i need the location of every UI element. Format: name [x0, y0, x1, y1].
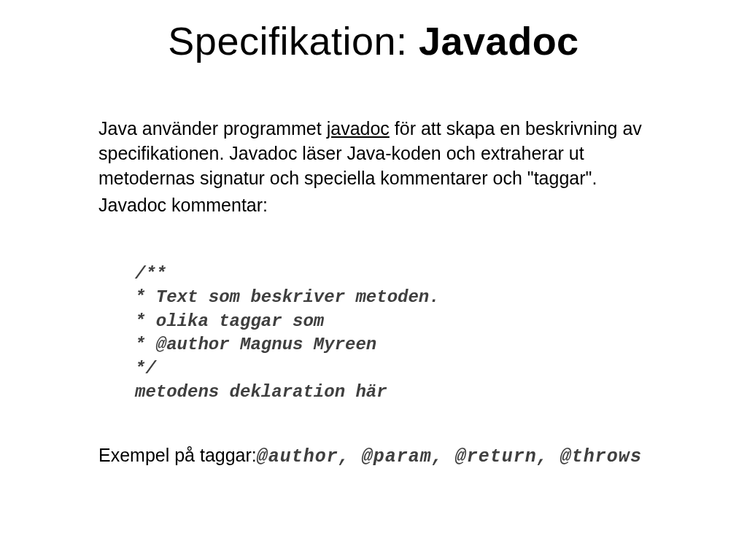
footer-label: Exempel på taggar: [98, 445, 257, 465]
footer-line: Exempel på taggar:@author, @param, @retu… [98, 445, 682, 467]
code-line-2: * Text som beskriver metoden. [135, 287, 440, 307]
body-text: Java använder programmet javadoc för att… [98, 117, 660, 221]
paragraph-2: Javadoc kommentar: [98, 193, 660, 218]
paragraph-1: Java använder programmet javadoc för att… [98, 117, 660, 190]
code-line-3: * olika taggar som [135, 311, 324, 331]
title-bold: Javadoc [419, 19, 579, 63]
footer-tags: @author, @param, @return, @throws [257, 446, 642, 467]
slide-title: Specifikation: Javadoc [0, 18, 747, 63]
code-line-1: /** [135, 264, 166, 284]
code-block: /** * Text som beskriver metoden. * olik… [135, 262, 440, 404]
code-line-6: metodens deklaration här [135, 382, 387, 402]
p1-text-a: Java använder programmet [98, 118, 327, 139]
code-line-5: */ [135, 359, 156, 378]
p1-underline: javadoc [327, 118, 390, 139]
title-plain: Specifikation: [168, 19, 419, 63]
code-line-4: * @author Magnus Myreen [135, 335, 376, 354]
slide: Specifikation: Javadoc Java använder pro… [0, 0, 747, 560]
